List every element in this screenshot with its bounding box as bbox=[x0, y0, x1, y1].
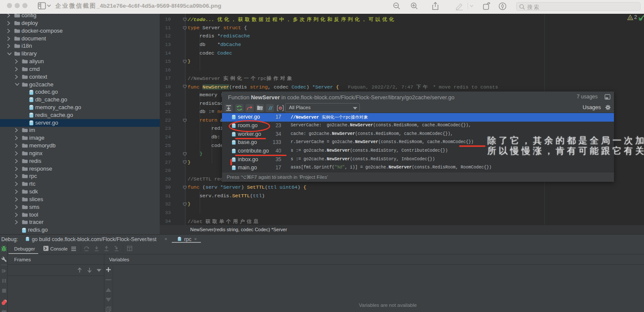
svg-text:A: A bbox=[629, 16, 632, 20]
